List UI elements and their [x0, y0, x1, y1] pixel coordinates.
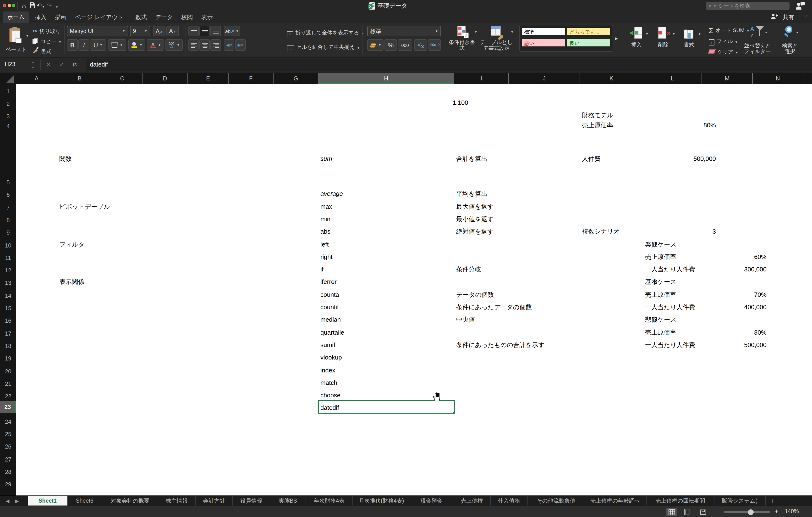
- cell-H11[interactable]: right: [320, 253, 332, 261]
- cell-L14[interactable]: 売上原価率: [645, 290, 676, 298]
- column-header-k[interactable]: K: [580, 73, 643, 84]
- cell-style-2[interactable]: 悪い: [521, 39, 565, 47]
- comma-style-button[interactable]: 000: [398, 39, 412, 51]
- row-header-17[interactable]: 17: [0, 330, 16, 337]
- cell-L16[interactable]: 悲観ケース: [645, 316, 676, 324]
- row-header-18[interactable]: 18: [0, 342, 16, 350]
- close-window-button[interactable]: [3, 4, 6, 7]
- cell-H17[interactable]: quartaile: [320, 328, 344, 336]
- cell-H10[interactable]: left: [320, 240, 329, 248]
- home-icon[interactable]: ⌂: [20, 1, 28, 10]
- format-as-table-button[interactable]: ▼ テーブルとして書式設定: [478, 26, 515, 51]
- minimize-window-button[interactable]: [7, 4, 11, 7]
- font-name-select[interactable]: Meiryo UI▼: [67, 26, 128, 36]
- share-button[interactable]: 共有: [783, 13, 794, 21]
- row-header-25[interactable]: 25: [0, 430, 16, 438]
- cell-H14[interactable]: counta: [320, 290, 339, 298]
- row-header-9[interactable]: 9: [0, 229, 16, 237]
- cell-H5[interactable]: sum: [320, 155, 332, 163]
- fill-button[interactable]: ↓ フィル ▼: [709, 36, 737, 46]
- column-header-c[interactable]: C: [102, 73, 143, 84]
- align-center-button[interactable]: [199, 39, 210, 51]
- sheet-tab-[interactable]: 売上債権: [453, 496, 491, 506]
- sheet-tab-sheet1[interactable]: Sheet1: [28, 496, 67, 506]
- column-header-n[interactable]: N: [753, 73, 803, 84]
- cell-M18[interactable]: 500,000: [744, 341, 766, 349]
- insert-function-icon[interactable]: fx: [73, 60, 77, 68]
- enter-icon[interactable]: ✓: [59, 61, 64, 68]
- row-header-24[interactable]: 24: [0, 418, 16, 425]
- cell-H6[interactable]: average: [320, 190, 343, 198]
- cell-H22[interactable]: choose: [320, 391, 341, 399]
- column-header-m[interactable]: M: [702, 73, 753, 84]
- cell-B10[interactable]: フィルタ: [59, 240, 85, 248]
- styles-gallery-more-icon[interactable]: ▶: [615, 36, 618, 41]
- format-cells-dropdown-icon[interactable]: ▼: [698, 32, 701, 35]
- column-header-l[interactable]: L: [643, 73, 702, 84]
- column-header-j[interactable]: J: [509, 73, 580, 84]
- formula-input[interactable]: datedif: [86, 59, 812, 71]
- cell-L13[interactable]: 基本ケース: [645, 278, 676, 286]
- format-cells-button[interactable]: ↔ ▼ 書式: [677, 27, 701, 48]
- zoom-in-button[interactable]: +: [775, 508, 778, 515]
- column-header-g[interactable]: G: [273, 73, 318, 84]
- format-table-dropdown-icon[interactable]: ▼: [511, 31, 514, 33]
- cell-L15[interactable]: 一人当たり人件費: [645, 303, 695, 311]
- cell-H21[interactable]: match: [320, 379, 337, 387]
- cell-L12[interactable]: 一人当たり人件費: [645, 265, 695, 273]
- column-header-b[interactable]: B: [57, 73, 102, 84]
- sheet-tab-4[interactable]: 年次財務4表: [306, 496, 353, 506]
- row-header-29[interactable]: 29: [0, 481, 16, 488]
- zoom-level[interactable]: 140%: [785, 508, 799, 514]
- row-header-15[interactable]: 15: [0, 304, 16, 312]
- font-color-button[interactable]: A ▼: [147, 39, 164, 51]
- ribbon-tab-7[interactable]: 表示: [197, 11, 217, 23]
- row-header-12[interactable]: 12: [0, 267, 16, 274]
- cell-K9[interactable]: 複数シナリオ: [582, 227, 620, 236]
- ribbon-tab-4[interactable]: 数式: [131, 11, 151, 23]
- cell-I6[interactable]: 平均を算出: [456, 190, 488, 198]
- cell-H12[interactable]: if: [320, 265, 323, 273]
- cell-I18[interactable]: 条件にあったものの合計を示す: [456, 341, 545, 349]
- row-header-22[interactable]: 22: [0, 392, 16, 400]
- cell-M12[interactable]: 300,000: [744, 265, 766, 273]
- cell-M14[interactable]: 70%: [754, 290, 766, 298]
- sheet-tab-[interactable]: 会計方針: [196, 496, 233, 506]
- ribbon-tab-0[interactable]: ホーム: [3, 11, 29, 23]
- copy-button[interactable]: コピー ▼: [32, 36, 61, 45]
- row-header-13[interactable]: 13: [0, 279, 16, 287]
- sheet-tab-[interactable]: 仕入債務: [491, 496, 528, 506]
- cell-B5[interactable]: 関数: [59, 155, 72, 163]
- row-header-7[interactable]: 7: [0, 204, 16, 211]
- fill-handle[interactable]: [453, 412, 455, 414]
- cell-K4[interactable]: 売上原価率: [582, 121, 613, 129]
- cell-style-3[interactable]: 良い: [567, 39, 611, 47]
- cell-B13[interactable]: 表示関係: [59, 278, 84, 286]
- add-sheet-button[interactable]: +: [765, 496, 780, 506]
- cell-styles-gallery[interactable]: 標準どちらでも...悪い良い: [519, 25, 613, 52]
- align-middle-button[interactable]: [199, 26, 210, 36]
- page-break-view-button[interactable]: [697, 508, 709, 516]
- orientation-button[interactable]: ab↗ ▼: [224, 26, 240, 36]
- zoom-window-button[interactable]: [12, 4, 15, 7]
- cell-K5[interactable]: 人件費: [582, 155, 601, 163]
- sheet-tab-[interactable]: 売上債権の回転期間: [646, 496, 715, 506]
- row-header-16[interactable]: 16: [0, 317, 16, 325]
- cut-button[interactable]: ✂ 切り取り: [32, 26, 61, 35]
- increase-indent-button[interactable]: ▶≡: [235, 39, 246, 51]
- row-header-19[interactable]: 19: [0, 355, 16, 362]
- cell-I16[interactable]: 中央値: [456, 316, 475, 324]
- merge-center-button[interactable]: ↔ セルを結合して中央揃え ▼: [287, 42, 360, 51]
- sheet-tab-[interactable]: 売上債権の年齢調べ: [584, 496, 646, 506]
- increase-decimal-button[interactable]: ◀.0.00: [414, 39, 427, 51]
- borders-button[interactable]: ▼: [108, 39, 126, 51]
- name-box[interactable]: H23: [5, 61, 15, 67]
- sheet-tab-[interactable]: その他流動負債: [528, 496, 584, 506]
- cell-H8[interactable]: min: [320, 215, 330, 223]
- cell-I7[interactable]: 最大値を返す: [456, 202, 494, 210]
- row-header-4[interactable]: 4: [0, 123, 16, 130]
- column-header-d[interactable]: D: [143, 73, 188, 84]
- cell-H13[interactable]: iferror: [320, 278, 337, 286]
- cell-L17[interactable]: 売上原価率: [645, 328, 676, 336]
- redo-button[interactable]: ↷: [46, 1, 53, 10]
